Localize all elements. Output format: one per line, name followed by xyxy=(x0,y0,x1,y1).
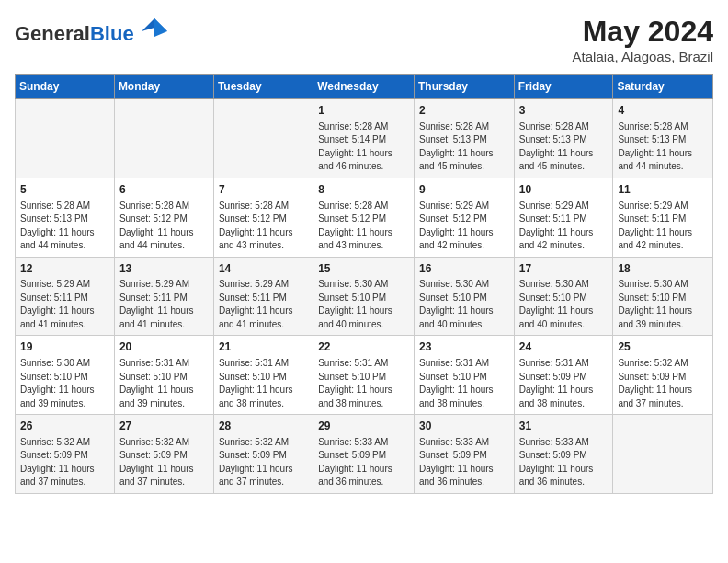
calendar-cell: 27Sunrise: 5:32 AM Sunset: 5:09 PM Dayli… xyxy=(114,415,213,494)
day-number: 17 xyxy=(519,261,609,277)
day-info: Sunrise: 5:29 AM Sunset: 5:11 PM Dayligh… xyxy=(618,200,708,253)
calendar-cell: 2Sunrise: 5:28 AM Sunset: 5:13 PM Daylig… xyxy=(414,99,514,178)
day-number: 2 xyxy=(419,103,509,119)
weekday-header-friday: Friday xyxy=(514,75,613,99)
calendar-week-row: 5Sunrise: 5:28 AM Sunset: 5:13 PM Daylig… xyxy=(16,178,713,257)
day-number: 9 xyxy=(419,182,509,198)
weekday-header-thursday: Thursday xyxy=(414,75,514,99)
logo-general: General xyxy=(15,22,90,45)
day-number: 22 xyxy=(318,339,409,355)
calendar-cell: 12Sunrise: 5:29 AM Sunset: 5:11 PM Dayli… xyxy=(16,257,115,336)
day-number: 28 xyxy=(219,419,308,434)
day-info: Sunrise: 5:32 AM Sunset: 5:09 PM Dayligh… xyxy=(20,436,109,489)
day-number: 19 xyxy=(20,339,109,355)
calendar-week-row: 1Sunrise: 5:28 AM Sunset: 5:14 PM Daylig… xyxy=(16,99,713,178)
day-info: Sunrise: 5:30 AM Sunset: 5:10 PM Dayligh… xyxy=(519,278,609,331)
calendar-week-row: 26Sunrise: 5:32 AM Sunset: 5:09 PM Dayli… xyxy=(16,415,713,494)
day-info: Sunrise: 5:31 AM Sunset: 5:10 PM Dayligh… xyxy=(419,357,509,410)
day-info: Sunrise: 5:28 AM Sunset: 5:13 PM Dayligh… xyxy=(618,121,708,174)
location: Atalaia, Alagoas, Brazil xyxy=(573,49,713,64)
day-info: Sunrise: 5:32 AM Sunset: 5:09 PM Dayligh… xyxy=(618,357,708,410)
day-number: 18 xyxy=(618,261,708,277)
calendar-cell: 26Sunrise: 5:32 AM Sunset: 5:09 PM Dayli… xyxy=(16,415,115,494)
calendar-cell: 21Sunrise: 5:31 AM Sunset: 5:10 PM Dayli… xyxy=(213,336,313,415)
calendar-cell: 1Sunrise: 5:28 AM Sunset: 5:14 PM Daylig… xyxy=(313,99,415,178)
day-info: Sunrise: 5:29 AM Sunset: 5:11 PM Dayligh… xyxy=(519,200,609,253)
weekday-header-monday: Monday xyxy=(114,75,213,99)
day-info: Sunrise: 5:28 AM Sunset: 5:12 PM Dayligh… xyxy=(318,200,409,253)
day-number: 14 xyxy=(219,261,308,277)
day-info: Sunrise: 5:28 AM Sunset: 5:12 PM Dayligh… xyxy=(119,200,209,253)
day-info: Sunrise: 5:28 AM Sunset: 5:14 PM Dayligh… xyxy=(318,121,409,174)
day-number: 3 xyxy=(519,103,609,119)
day-number: 24 xyxy=(519,339,609,355)
day-number: 11 xyxy=(618,182,708,198)
day-number: 27 xyxy=(119,419,209,434)
weekday-header-sunday: Sunday xyxy=(16,75,115,99)
day-info: Sunrise: 5:30 AM Sunset: 5:10 PM Dayligh… xyxy=(20,357,109,410)
calendar-cell: 10Sunrise: 5:29 AM Sunset: 5:11 PM Dayli… xyxy=(514,178,613,257)
day-info: Sunrise: 5:29 AM Sunset: 5:11 PM Dayligh… xyxy=(119,278,209,331)
logo-bird-icon xyxy=(142,15,167,40)
logo: GeneralBlue xyxy=(15,15,167,45)
day-number: 16 xyxy=(419,261,509,277)
calendar-cell: 20Sunrise: 5:31 AM Sunset: 5:10 PM Dayli… xyxy=(114,336,213,415)
calendar-cell: 11Sunrise: 5:29 AM Sunset: 5:11 PM Dayli… xyxy=(613,178,713,257)
day-number: 21 xyxy=(219,339,308,355)
day-number: 20 xyxy=(119,339,209,355)
day-info: Sunrise: 5:33 AM Sunset: 5:09 PM Dayligh… xyxy=(519,436,609,489)
day-number: 15 xyxy=(318,261,409,277)
day-info: Sunrise: 5:31 AM Sunset: 5:09 PM Dayligh… xyxy=(519,357,609,410)
calendar-cell: 22Sunrise: 5:31 AM Sunset: 5:10 PM Dayli… xyxy=(313,336,415,415)
day-number: 26 xyxy=(20,419,109,434)
calendar-cell: 14Sunrise: 5:29 AM Sunset: 5:11 PM Dayli… xyxy=(213,257,313,336)
calendar-cell: 24Sunrise: 5:31 AM Sunset: 5:09 PM Dayli… xyxy=(514,336,613,415)
logo-blue: Blue xyxy=(90,22,134,45)
day-number: 8 xyxy=(318,182,409,198)
day-info: Sunrise: 5:30 AM Sunset: 5:10 PM Dayligh… xyxy=(419,278,509,331)
day-number: 13 xyxy=(119,261,209,277)
calendar-cell xyxy=(613,415,713,494)
day-info: Sunrise: 5:29 AM Sunset: 5:11 PM Dayligh… xyxy=(219,278,308,331)
calendar-cell: 29Sunrise: 5:33 AM Sunset: 5:09 PM Dayli… xyxy=(313,415,415,494)
weekday-header-saturday: Saturday xyxy=(613,75,713,99)
day-info: Sunrise: 5:31 AM Sunset: 5:10 PM Dayligh… xyxy=(318,357,409,410)
day-number: 1 xyxy=(318,103,409,119)
day-number: 7 xyxy=(219,182,308,198)
day-number: 25 xyxy=(618,339,708,355)
calendar-cell xyxy=(114,99,213,178)
calendar-cell: 23Sunrise: 5:31 AM Sunset: 5:10 PM Dayli… xyxy=(414,336,514,415)
day-number: 4 xyxy=(618,103,708,119)
title-block: May 2024 Atalaia, Alagoas, Brazil xyxy=(573,15,713,64)
calendar-week-row: 19Sunrise: 5:30 AM Sunset: 5:10 PM Dayli… xyxy=(16,336,713,415)
day-number: 30 xyxy=(419,419,509,434)
day-info: Sunrise: 5:28 AM Sunset: 5:13 PM Dayligh… xyxy=(519,121,609,174)
calendar-cell: 16Sunrise: 5:30 AM Sunset: 5:10 PM Dayli… xyxy=(414,257,514,336)
day-info: Sunrise: 5:28 AM Sunset: 5:13 PM Dayligh… xyxy=(419,121,509,174)
page-header: GeneralBlue May 2024 Atalaia, Alagoas, B… xyxy=(15,15,713,64)
day-number: 12 xyxy=(20,261,109,277)
day-number: 23 xyxy=(419,339,509,355)
day-number: 6 xyxy=(119,182,209,198)
month-title: May 2024 xyxy=(573,15,713,49)
day-info: Sunrise: 5:31 AM Sunset: 5:10 PM Dayligh… xyxy=(119,357,209,410)
day-info: Sunrise: 5:29 AM Sunset: 5:11 PM Dayligh… xyxy=(20,278,109,331)
day-info: Sunrise: 5:28 AM Sunset: 5:13 PM Dayligh… xyxy=(20,200,109,253)
day-info: Sunrise: 5:29 AM Sunset: 5:12 PM Dayligh… xyxy=(419,200,509,253)
day-number: 5 xyxy=(20,182,109,198)
calendar-cell: 8Sunrise: 5:28 AM Sunset: 5:12 PM Daylig… xyxy=(313,178,415,257)
day-info: Sunrise: 5:28 AM Sunset: 5:12 PM Dayligh… xyxy=(219,200,308,253)
calendar-cell xyxy=(213,99,313,178)
calendar-header-row: SundayMondayTuesdayWednesdayThursdayFrid… xyxy=(16,75,713,99)
day-info: Sunrise: 5:32 AM Sunset: 5:09 PM Dayligh… xyxy=(219,436,308,489)
calendar-cell: 28Sunrise: 5:32 AM Sunset: 5:09 PM Dayli… xyxy=(213,415,313,494)
calendar-cell: 25Sunrise: 5:32 AM Sunset: 5:09 PM Dayli… xyxy=(613,336,713,415)
day-number: 10 xyxy=(519,182,609,198)
svg-marker-1 xyxy=(154,18,167,37)
calendar-cell: 19Sunrise: 5:30 AM Sunset: 5:10 PM Dayli… xyxy=(16,336,115,415)
day-info: Sunrise: 5:33 AM Sunset: 5:09 PM Dayligh… xyxy=(419,436,509,489)
day-info: Sunrise: 5:31 AM Sunset: 5:10 PM Dayligh… xyxy=(219,357,308,410)
weekday-header-tuesday: Tuesday xyxy=(213,75,313,99)
calendar-cell: 31Sunrise: 5:33 AM Sunset: 5:09 PM Dayli… xyxy=(514,415,613,494)
day-info: Sunrise: 5:30 AM Sunset: 5:10 PM Dayligh… xyxy=(318,278,409,331)
